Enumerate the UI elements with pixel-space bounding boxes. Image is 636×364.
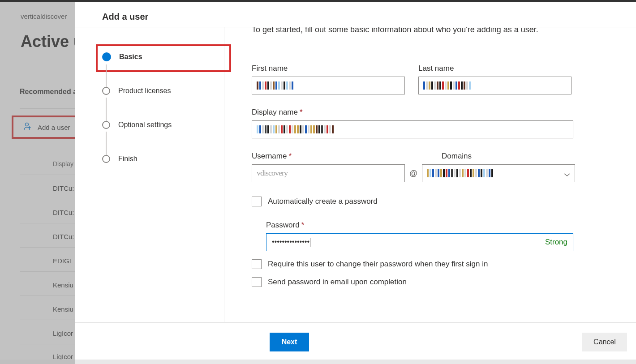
domains-label: Domains: [442, 152, 472, 161]
send-email-checkbox[interactable]: [252, 277, 262, 287]
chevron-down-icon: [564, 171, 570, 179]
password-label: Password*: [266, 221, 627, 230]
password-value: •••••••••••••••: [272, 238, 310, 247]
display-name-input[interactable]: [252, 120, 573, 138]
auto-password-label: Automatically create a password: [268, 197, 378, 206]
step-label: Optional settings: [118, 121, 172, 129]
step-circle-icon: [102, 121, 110, 129]
last-name-label: Last name: [418, 64, 572, 73]
step-product-licenses[interactable]: Product licenses: [102, 82, 223, 99]
horizontal-scrollbar-track[interactable]: [0, 360, 636, 364]
last-name-field-group: Last name: [418, 64, 572, 94]
cancel-button[interactable]: Cancel: [582, 333, 627, 351]
step-circle-icon: [102, 155, 110, 163]
username-label: Username*: [252, 152, 405, 161]
horizontal-scrollbar-thumb[interactable]: [0, 360, 75, 364]
first-name-field-group: First name: [252, 64, 405, 94]
domains-select[interactable]: [422, 164, 575, 182]
send-email-label: Send password in email upon completion: [268, 278, 407, 287]
password-strength-indicator: Strong: [545, 238, 567, 247]
require-change-label: Require this user to change their passwo…: [268, 260, 488, 269]
panel-title: Add a user: [102, 12, 148, 22]
basics-form: To get started, fill out some basic info…: [252, 27, 627, 322]
require-change-checkbox[interactable]: [252, 259, 262, 269]
at-symbol: @: [409, 169, 417, 182]
step-active-icon: [102, 52, 111, 61]
step-label: Finish: [118, 155, 138, 163]
step-basics[interactable]: Basics: [102, 48, 223, 65]
password-input[interactable]: ••••••••••••••• Strong: [266, 233, 573, 251]
step-circle-icon: [102, 87, 110, 95]
form-intro: To get started, fill out some basic info…: [252, 27, 627, 34]
first-name-label: First name: [252, 64, 405, 73]
username-input[interactable]: vdiscovery: [252, 164, 405, 182]
next-button[interactable]: Next: [270, 333, 309, 351]
step-label: Basics: [119, 53, 142, 61]
wizard-stepper: Basics Product licenses Optional setting…: [102, 48, 223, 184]
last-name-input[interactable]: [418, 77, 572, 94]
text-caret: [310, 238, 310, 247]
auto-password-checkbox[interactable]: [252, 197, 262, 206]
redacted-content: [257, 81, 293, 90]
first-name-input[interactable]: [252, 77, 405, 94]
step-label: Product licenses: [118, 87, 171, 95]
step-finish[interactable]: Finish: [102, 150, 223, 167]
panel-footer: Next Cancel: [75, 323, 636, 364]
add-user-panel: Add a user Basics Product licenses Optio…: [75, 2, 636, 364]
redacted-content: [423, 81, 471, 90]
redacted-content: [257, 125, 334, 133]
display-name-label: Display name*: [252, 108, 627, 117]
step-optional-settings[interactable]: Optional settings: [102, 116, 223, 133]
redacted-content: [427, 169, 493, 177]
modal-dim-overlay: [0, 2, 75, 364]
username-value: vdiscovery: [257, 169, 288, 178]
